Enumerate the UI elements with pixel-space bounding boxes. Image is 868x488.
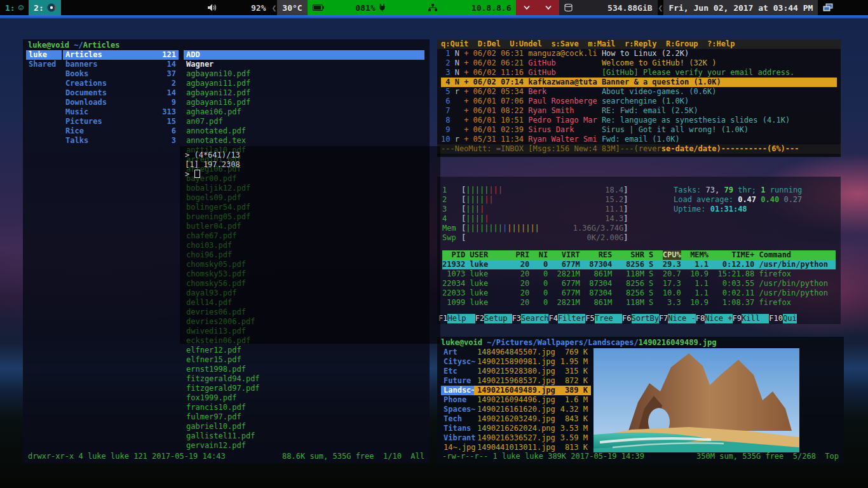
preview-file-row[interactable]: gervain12.pdf: [184, 441, 424, 451]
wallpaper-file-row[interactable]: 1490216262024.png3.53 M: [474, 424, 591, 433]
fkey-item[interactable]: F2Setup: [475, 314, 512, 323]
sibling-row[interactable]: Tech: [441, 414, 478, 424]
preview-file-row[interactable]: fitzgerald94.pdf: [184, 374, 424, 384]
directory-row[interactable]: Documents14: [63, 88, 179, 98]
battery-module[interactable]: 081%: [308, 0, 424, 15]
clock-module[interactable]: Fri, Jun 02, 2017 at 03:44 PM: [663, 0, 818, 15]
process-row[interactable]: 1099 luke 20 0 2821M 861M 118M S 3.3 10.…: [442, 298, 836, 308]
fkey-item[interactable]: F4Filter: [548, 314, 585, 323]
preview-file-row[interactable]: annotated.tex: [184, 136, 424, 146]
directory-row[interactable]: Talks3: [63, 136, 179, 146]
preview-file-row[interactable]: gallistel11.pdf: [184, 431, 424, 441]
process-row[interactable]: 21932 luke 20 0 677M 87304 8256 S 29.3 1…: [442, 260, 836, 269]
directory-row[interactable]: Books37: [63, 69, 179, 79]
systray[interactable]: [818, 0, 868, 15]
file-name: 1490215928380.jpg: [477, 367, 555, 376]
wallpaper-file-row[interactable]: 1484964845507.jpg769 K: [474, 348, 591, 357]
sibling-row[interactable]: 14~.jpg: [441, 443, 478, 452]
header-sort-column[interactable]: CPU%: [663, 250, 681, 260]
preview-dir-row[interactable]: Wagner: [184, 60, 424, 69]
fkey-item[interactable]: F8Nice +: [696, 314, 733, 323]
process-row[interactable]: 22034 luke 20 0 677M 87304 8256 S 17.3 1…: [442, 279, 836, 288]
message-row[interactable]: 7 + 06/01 08:22 Ryan Smith RE: Fwd: emai…: [441, 106, 837, 116]
directory-row[interactable]: Music313: [63, 107, 179, 117]
sibling-row[interactable]: Citysc~: [441, 357, 478, 367]
message-row[interactable]: 3 N + 06/02 11:16 GitHub [GitHub] Please…: [441, 68, 837, 78]
fkey-item[interactable]: F6SortBy: [622, 314, 659, 323]
item-count: 3: [172, 136, 176, 146]
wallpaper-file-row[interactable]: 1490216203249.jpg843 K: [474, 414, 591, 424]
image-preview: [593, 348, 799, 452]
sibling-row[interactable]: Vibrant: [441, 433, 478, 443]
directory-row[interactable]: Downloads9: [63, 98, 179, 107]
preview-file-row[interactable]: fitzgerald97.pdf: [184, 384, 424, 393]
process-table-header[interactable]: PID USER PRI NI VIRT RES SHR S CPU% MEM%…: [442, 250, 836, 260]
message-row[interactable]: 4 N + 06/02 07:14 kafkazwana@tuta Banner…: [441, 78, 837, 87]
message-row[interactable]: 9 + 06/01 02:39 Sirus Dark Sirus | Got i…: [441, 125, 837, 135]
preview-file-row[interactable]: elfner12.pdf: [184, 346, 424, 355]
preview-file-row[interactable]: elfner15.pdf: [184, 355, 424, 365]
message-row[interactable]: 1 N + 06/02 06:31 manguza@cock.li How to…: [441, 49, 837, 58]
message-row[interactable]: 2 N + 06/02 06:21 GitHub Welcome to GitH…: [441, 58, 837, 68]
terminal-prompt-line[interactable]: >: [185, 170, 435, 179]
directory-row[interactable]: Articles121: [63, 50, 179, 60]
preview-file-row[interactable]: agbayani11.pdf: [184, 79, 424, 88]
preview-file-row[interactable]: agbayani12.pdf: [184, 88, 424, 98]
wallpaper-file-row[interactable]: 1490216094496.jpg1.6 M: [474, 395, 591, 405]
wallpaper-file-row[interactable]: 1490216049489.jpg389 K: [474, 386, 591, 395]
fkey-item[interactable]: F9Kill: [733, 314, 770, 323]
message-sender: Ryan Smith: [528, 106, 602, 115]
wallpaper-file-row[interactable]: 1490215928380.jpg315 K: [474, 367, 591, 376]
directory-row[interactable]: Rice6: [63, 126, 179, 136]
preview-file-row[interactable]: annotated.pdf: [184, 126, 424, 136]
preview-file-row[interactable]: gabriel10.pdf: [184, 422, 424, 431]
message-row[interactable]: 6 + 06/01 07:06 Paul Rosenberge searchen…: [441, 97, 837, 106]
sibling-row[interactable]: Spaces~: [441, 405, 478, 414]
parent-dir-row[interactable]: Shared: [26, 60, 62, 69]
disk-module[interactable]: 534.88GiB: [559, 0, 657, 15]
wallpaper-file-row[interactable]: 1490216161620.jpg4.32 M: [474, 405, 591, 414]
sibling-row[interactable]: Art: [441, 348, 478, 357]
sibling-row[interactable]: Etc: [441, 367, 478, 376]
dropdown-module-1[interactable]: [516, 0, 538, 15]
sibling-row[interactable]: Phone: [441, 395, 478, 405]
preview-file-row[interactable]: agbayani16.pdf: [184, 98, 424, 107]
wallpaper-file-row[interactable]: 1490215890981.jpg1.95 M: [474, 357, 591, 367]
workspace-2[interactable]: 2:: [29, 0, 61, 15]
fkey-item[interactable]: F1Help: [438, 314, 475, 323]
preview-file-row[interactable]: francis10.pdf: [184, 403, 424, 412]
network-module[interactable]: 10.8.8.6: [423, 0, 516, 15]
wallpaper-file-row[interactable]: 1490216336527.jpg3.59 M: [474, 433, 591, 443]
directory-row[interactable]: Creations2: [63, 79, 179, 88]
preview-file-row[interactable]: agbayani10.pdf: [184, 69, 424, 79]
fkey-item[interactable]: F3Search: [512, 314, 549, 323]
process-row[interactable]: 22033 luke 20 0 677M 87304 8256 S 10.0 1…: [442, 288, 836, 298]
fkey-item[interactable]: F10Qui: [769, 314, 796, 323]
workspace-1[interactable]: 1: ☺: [0, 0, 29, 15]
sibling-row[interactable]: Future: [441, 376, 478, 386]
message-row[interactable]: 5 r + 06/02 05:34 Berk About video-games…: [441, 87, 837, 97]
volume-module[interactable]: 92%: [203, 0, 271, 15]
dropdown-module-2[interactable]: [538, 0, 559, 15]
message-row[interactable]: 10 r + 05/31 11:34 Ryan Walter Smi Fwd: …: [441, 135, 837, 144]
directory-row[interactable]: Pictures15: [63, 117, 179, 126]
wallpaper-file-row[interactable]: 1490215968537.jpg872 K: [474, 376, 591, 386]
preview-file-row[interactable]: an07.pdf: [184, 117, 424, 126]
fkey-item[interactable]: F7Nice -: [659, 314, 696, 323]
sibling-row[interactable]: Landsc~: [441, 386, 478, 395]
fkey-item[interactable]: F5Tree: [585, 314, 622, 323]
preview-file-row[interactable]: aghaei06.pdf: [184, 107, 424, 117]
preview-file-row[interactable]: ernst1998.pdf: [184, 365, 424, 374]
message-flag: [455, 125, 464, 134]
message-row[interactable]: 8 + 06/01 10:51 Pedro Tiago Mar Re: lang…: [441, 116, 837, 125]
calculator-terminal[interactable]: > (4*641)/13 [1] 197.2308 >: [180, 146, 440, 344]
preview-file-row[interactable]: fox1999.pdf: [184, 393, 424, 403]
temperature-module[interactable]: 30°C: [277, 0, 307, 15]
preview-file-row[interactable]: fulmer97.pdf: [184, 412, 424, 422]
directory-row[interactable]: banners14: [63, 60, 179, 69]
parent-dir-row[interactable]: luke: [26, 50, 62, 60]
sibling-row[interactable]: Titans: [441, 424, 478, 433]
process-row[interactable]: 1073 luke 20 0 2821M 861M 118M S 20.7 10…: [442, 269, 836, 279]
wallpaper-file-row[interactable]: 1490441013011.jpg813 K: [474, 443, 591, 452]
preview-dir-row[interactable]: ADD: [184, 50, 424, 60]
